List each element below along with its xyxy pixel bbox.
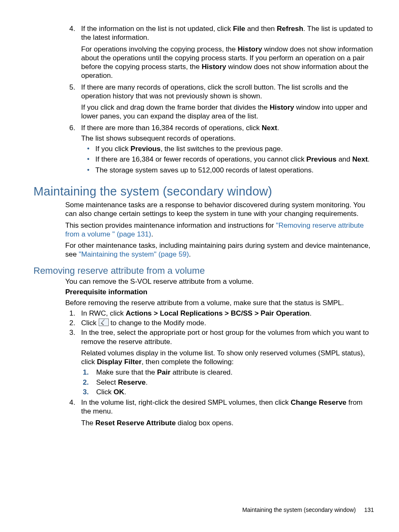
sub-step-3: 3. In the tree, select the appropriate p…: [65, 328, 374, 397]
bullet-icon: •: [81, 155, 95, 164]
step-5-p2: If you click and drag down the frame bor…: [81, 103, 374, 121]
step-4: 4. If the information on the list is not…: [65, 24, 374, 82]
prerequisite-label: Prerequisite information: [65, 288, 374, 296]
sub-step-3-p2: Related volumes display in the volume li…: [81, 349, 374, 367]
bullet-1: • If you click Previous, the list switch…: [81, 144, 374, 153]
sub-p1: You can remove the S-VOL reserve attribu…: [65, 277, 374, 286]
step-6-p2: The list shows subsequent records of ope…: [81, 134, 374, 143]
step-number: 6.: [65, 123, 81, 176]
step-number: 5.: [65, 83, 81, 123]
section-p3: For other maintenance tasks, including m…: [65, 241, 374, 259]
bullet-icon: •: [81, 166, 95, 175]
sub-p2: Before removing the reserve attribute fr…: [65, 298, 374, 307]
step-4-p2: For operations involving the copying pro…: [81, 45, 374, 80]
step-number: 4.: [65, 24, 81, 82]
sub-step-4-p1: In the volume list, right-click the desi…: [81, 398, 374, 416]
step-6-p1: If there are more than 16,384 records of…: [81, 123, 374, 132]
step-6: 6. If there are more than 16,384 records…: [65, 123, 374, 176]
bullet-2: • If there are 16,384 or fewer records o…: [81, 155, 374, 164]
bullet-3: • The storage system saves up to 512,000…: [81, 166, 374, 175]
section-p2: This section provides maintenance inform…: [65, 221, 374, 239]
page-footer: Maintaining the system (secondary window…: [242, 506, 374, 514]
sub-step-2: 2. Click to change to the Modify mode.: [65, 319, 374, 327]
section-p1: Some maintenance tasks are a response to…: [65, 200, 374, 218]
sub-step-3-substeps: 1.Make sure that the Pair attribute is c…: [81, 368, 374, 396]
page-number: 131: [364, 506, 374, 513]
sub-step-4-p2: The Reset Reserve Attribute dialog box o…: [81, 419, 374, 427]
subsection-steps: 1. In RWC, click Actions > Local Replica…: [65, 309, 374, 429]
top-ordered-list: 4. If the information on the list is not…: [65, 24, 374, 176]
bullet-icon: •: [81, 144, 95, 153]
section-heading-maintaining: Maintaining the system (secondary window…: [33, 184, 374, 199]
step-4-p1: If the information on the list is not up…: [81, 24, 374, 42]
sub-step-1: 1. In RWC, click Actions > Local Replica…: [65, 309, 374, 318]
step-5-p1: If there are many records of operations,…: [81, 83, 374, 101]
footer-text: Maintaining the system (secondary window…: [242, 506, 356, 513]
link-maintaining-system[interactable]: "Maintaining the system" (page 59): [79, 250, 189, 258]
sub-step-4: 4. In the volume list, right-click the d…: [65, 398, 374, 429]
step-6-bullets: • If you click Previous, the list switch…: [81, 144, 374, 175]
subsection-heading-removing: Removing reserve attribute from a volume: [33, 265, 374, 277]
modify-mode-icon: [99, 319, 109, 326]
step-5: 5. If there are many records of operatio…: [65, 83, 374, 123]
